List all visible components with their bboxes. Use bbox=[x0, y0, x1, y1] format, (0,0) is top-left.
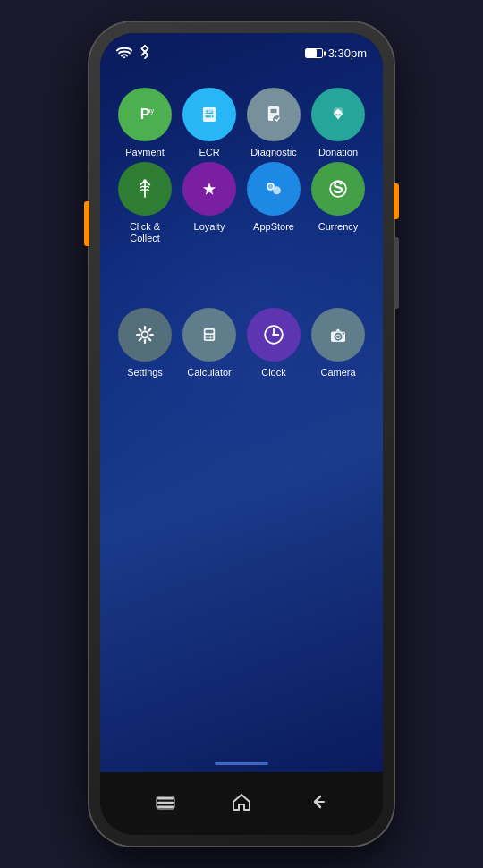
status-bar: 3:30pm bbox=[100, 33, 383, 70]
svg-line-33 bbox=[140, 328, 141, 330]
svg-text:ay: ay bbox=[147, 107, 154, 115]
svg-rect-39 bbox=[206, 329, 214, 333]
app-calculator-label: Calculator bbox=[187, 367, 232, 379]
side-button-left[interactable] bbox=[84, 201, 89, 246]
app-currency[interactable]: S Currency bbox=[308, 162, 369, 244]
nav-bar bbox=[100, 772, 383, 835]
app-settings-label: Settings bbox=[127, 367, 163, 379]
app-diagnostic[interactable]: Diagnostic bbox=[243, 88, 304, 158]
app-donation-label: Donation bbox=[318, 147, 358, 158]
phone-screen-container: 3:30pm P ay Payment bbox=[100, 33, 383, 835]
svg-rect-44 bbox=[208, 337, 211, 339]
app-payment-icon: P ay bbox=[118, 88, 172, 141]
app-settings-icon bbox=[118, 308, 172, 362]
svg-rect-42 bbox=[211, 335, 214, 337]
app-ecr-icon: cash bbox=[182, 88, 236, 141]
nav-home-button[interactable] bbox=[225, 785, 258, 823]
svg-rect-56 bbox=[157, 797, 174, 800]
app-payment[interactable]: P ay Payment bbox=[114, 88, 175, 158]
app-click-collect[interactable]: Click & Collect bbox=[114, 162, 175, 244]
app-diagnostic-icon bbox=[247, 88, 301, 141]
svg-rect-58 bbox=[157, 805, 174, 808]
app-grid-row1: P ay Payment bbox=[100, 70, 383, 263]
app-click-collect-icon bbox=[118, 162, 172, 216]
app-loyalty-icon bbox=[182, 162, 236, 216]
status-icons-left bbox=[116, 44, 150, 63]
app-loyalty[interactable]: Loyalty bbox=[179, 162, 240, 244]
svg-rect-40 bbox=[206, 335, 208, 337]
app-ecr-label: ECR bbox=[199, 147, 219, 158]
svg-point-17 bbox=[143, 180, 147, 183]
phone-device: 3:30pm P ay Payment bbox=[89, 22, 394, 846]
svg-point-21 bbox=[273, 187, 281, 195]
svg-line-35 bbox=[148, 328, 150, 330]
app-currency-icon: S bbox=[311, 162, 365, 216]
app-appstore-label: AppStore bbox=[253, 221, 294, 233]
svg-rect-9 bbox=[212, 115, 214, 118]
app-donation[interactable]: Donation bbox=[308, 88, 369, 158]
svg-text:cash: cash bbox=[205, 109, 214, 114]
svg-rect-7 bbox=[206, 115, 208, 118]
app-click-collect-label: Click & Collect bbox=[114, 221, 175, 244]
app-diagnostic-label: Diagnostic bbox=[250, 147, 296, 158]
svg-rect-13 bbox=[270, 109, 276, 113]
app-grid-row3: Settings bbox=[100, 290, 383, 396]
svg-point-0 bbox=[123, 56, 125, 58]
app-loyalty-label: Loyalty bbox=[194, 221, 225, 233]
svg-point-14 bbox=[273, 115, 281, 123]
app-camera-label: Camera bbox=[320, 367, 355, 379]
svg-rect-55 bbox=[342, 332, 344, 334]
bluetooth-icon bbox=[140, 44, 150, 63]
app-camera-icon bbox=[311, 308, 365, 362]
battery-icon bbox=[305, 48, 323, 58]
home-indicator bbox=[215, 762, 268, 765]
svg-rect-43 bbox=[206, 337, 208, 339]
app-donation-icon bbox=[311, 88, 365, 141]
svg-point-28 bbox=[142, 332, 147, 336]
svg-point-54 bbox=[336, 335, 340, 338]
svg-line-36 bbox=[140, 338, 141, 340]
app-clock-icon bbox=[247, 308, 301, 362]
svg-rect-57 bbox=[157, 801, 174, 804]
svg-rect-45 bbox=[211, 337, 214, 339]
app-payment-label: Payment bbox=[125, 147, 164, 158]
wifi-icon bbox=[116, 46, 132, 62]
app-currency-label: Currency bbox=[318, 221, 359, 233]
svg-line-34 bbox=[148, 338, 150, 340]
app-settings[interactable]: Settings bbox=[114, 308, 175, 379]
app-camera[interactable]: Camera bbox=[308, 308, 369, 379]
app-ecr[interactable]: cash ECR bbox=[179, 88, 240, 158]
svg-point-22 bbox=[268, 184, 273, 189]
nav-back-button[interactable] bbox=[301, 785, 335, 823]
svg-rect-41 bbox=[208, 335, 211, 337]
side-button-right-top[interactable] bbox=[394, 183, 399, 219]
app-calculator[interactable]: Calculator bbox=[179, 308, 240, 379]
home-screen: 3:30pm P ay Payment bbox=[100, 33, 383, 772]
app-clock-label: Clock bbox=[261, 367, 286, 379]
app-clock[interactable]: Clock bbox=[243, 308, 304, 379]
app-calculator-icon bbox=[182, 308, 236, 362]
svg-rect-8 bbox=[208, 115, 211, 118]
app-appstore[interactable]: AppStore bbox=[243, 162, 304, 244]
status-time: 3:30pm bbox=[328, 47, 367, 60]
status-icons-right: 3:30pm bbox=[305, 47, 367, 60]
app-appstore-icon bbox=[247, 162, 301, 216]
nav-menu-button[interactable] bbox=[148, 787, 182, 821]
side-button-right-bottom[interactable] bbox=[394, 237, 399, 309]
